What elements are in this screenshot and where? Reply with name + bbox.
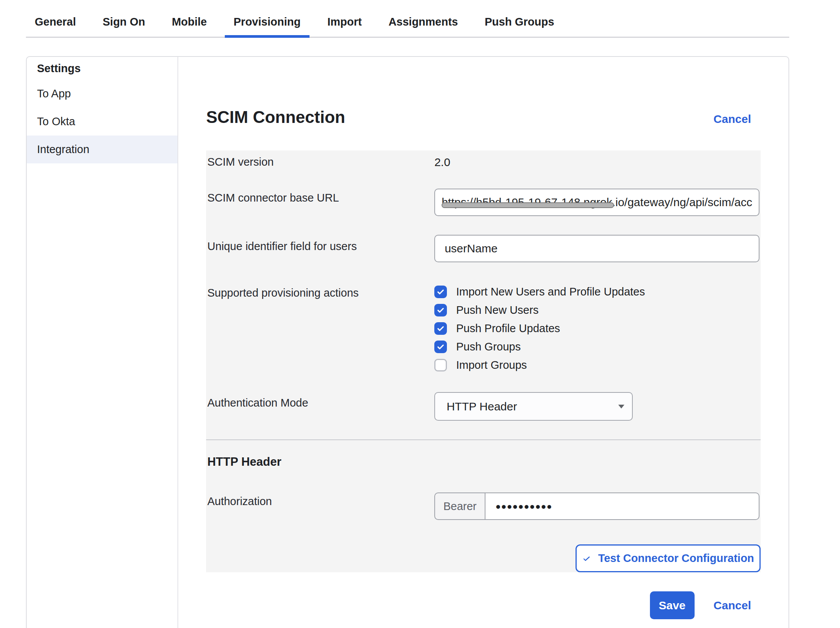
- checkbox-push-new-users[interactable]: [434, 304, 447, 316]
- checkbox-push-groups[interactable]: [434, 341, 447, 353]
- auth-mode-select[interactable]: HTTP Header: [434, 392, 633, 421]
- base-url-input[interactable]: https://h5bd-195-19-67-148.ngrok.io/gate…: [434, 189, 759, 216]
- provisioning-actions-row: Supported provisioning actions Import Ne…: [206, 286, 761, 377]
- unique-id-value: userName: [442, 242, 497, 255]
- tab-general[interactable]: General: [26, 16, 85, 37]
- scim-version-label: SCIM version: [206, 156, 434, 169]
- check-icon: [582, 554, 591, 563]
- masked-token: ●●●●●●●●●●: [495, 501, 552, 512]
- checkbox-label: Import Groups: [456, 359, 527, 371]
- sidebar-header: Settings: [27, 57, 177, 80]
- checkbox-push-profile-updates[interactable]: [434, 322, 447, 335]
- scim-form: SCIM version 2.0 SCIM connector base URL…: [206, 150, 761, 572]
- checkbox-label: Push New Users: [456, 304, 539, 316]
- sidebar-item-integration[interactable]: Integration: [27, 136, 177, 163]
- tab-provisioning[interactable]: Provisioning: [225, 16, 310, 37]
- tab-import[interactable]: Import: [319, 16, 371, 37]
- tab-assignments[interactable]: Assignments: [380, 16, 467, 37]
- section-divider: [206, 439, 761, 440]
- tab-mobile[interactable]: Mobile: [163, 16, 216, 37]
- checkbox-label: Import New Users and Profile Updates: [456, 286, 645, 298]
- checkbox-label: Push Profile Updates: [456, 322, 560, 335]
- base-url-visible-text: o/gateway/ng/api/scim/acc: [618, 196, 752, 209]
- tab-sign-on[interactable]: Sign On: [94, 16, 154, 37]
- sidebar-item-to-app[interactable]: To App: [27, 80, 177, 108]
- app-tabbar: General Sign On Mobile Provisioning Impo…: [26, 0, 789, 38]
- auth-mode-row: Authentication Mode HTTP Header: [206, 392, 761, 421]
- test-button-label: Test Connector Configuration: [598, 552, 754, 565]
- checkbox-label: Push Groups: [456, 341, 521, 353]
- authorization-row: Authorization Bearer ●●●●●●●●●●: [206, 492, 761, 520]
- chevron-down-icon: [618, 405, 624, 408]
- unique-id-input[interactable]: userName: [434, 235, 759, 262]
- save-button[interactable]: Save: [650, 591, 695, 619]
- page-title: SCIM Connection: [206, 108, 345, 127]
- auth-mode-value: HTTP Header: [447, 400, 517, 413]
- sidebar-item-to-okta[interactable]: To Okta: [27, 108, 177, 136]
- tab-push-groups[interactable]: Push Groups: [476, 16, 563, 37]
- provisioning-actions-label: Supported provisioning actions: [206, 286, 434, 377]
- unique-id-row: Unique identifier field for users userNa…: [206, 235, 761, 262]
- http-header-heading: HTTP Header: [207, 455, 761, 469]
- auth-mode-label: Authentication Mode: [206, 392, 434, 421]
- cancel-link-bottom[interactable]: Cancel: [714, 599, 751, 612]
- test-connector-configuration-button[interactable]: Test Connector Configuration: [576, 544, 761, 572]
- authorization-label: Authorization: [206, 492, 434, 520]
- scim-version-value: 2.0: [434, 156, 450, 168]
- base-url-row: SCIM connector base URL https://h5bd-195…: [206, 189, 761, 216]
- redaction-bar: [442, 202, 614, 208]
- main-content: SCIM Connection Cancel SCIM version 2.0 …: [178, 57, 788, 628]
- bearer-prefix: Bearer: [434, 492, 485, 520]
- cancel-link-top[interactable]: Cancel: [714, 113, 751, 126]
- authorization-token-input[interactable]: ●●●●●●●●●●: [485, 492, 759, 520]
- provisioning-panel: Settings To App To Okta Integration SCIM…: [26, 56, 789, 628]
- settings-sidebar: Settings To App To Okta Integration: [27, 57, 178, 628]
- unique-id-label: Unique identifier field for users: [206, 235, 434, 262]
- scim-version-row: SCIM version 2.0: [206, 156, 761, 169]
- checkbox-import-groups[interactable]: [434, 359, 447, 371]
- checkbox-import-new-users[interactable]: [434, 286, 447, 298]
- base-url-label: SCIM connector base URL: [206, 189, 434, 216]
